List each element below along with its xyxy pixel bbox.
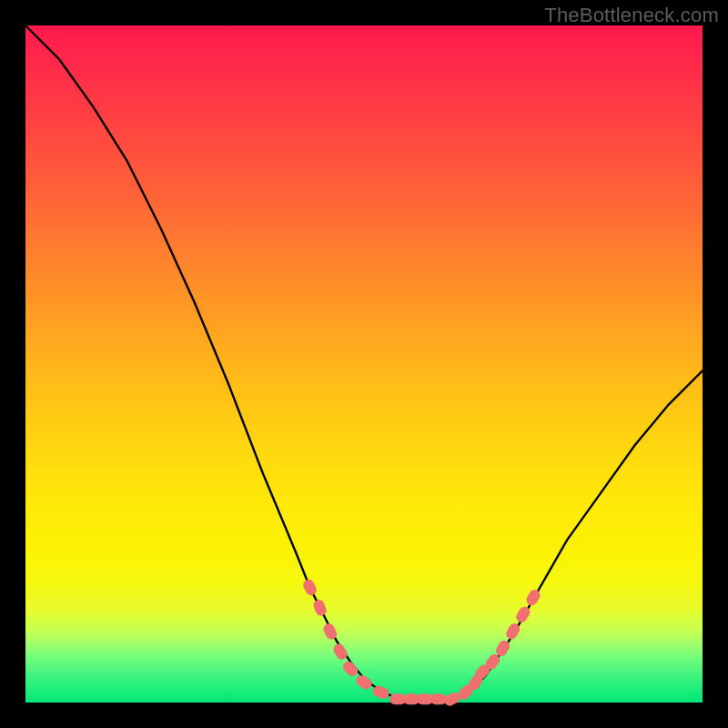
curve-layer — [25, 25, 703, 699]
curve-marker — [430, 693, 447, 704]
curve-marker — [331, 642, 349, 662]
chart-frame: TheBottleneck.com — [0, 0, 728, 728]
bottleneck-curve — [25, 25, 703, 699]
curve-marker — [340, 659, 359, 678]
curve-marker — [312, 598, 329, 617]
curve-marker — [524, 588, 542, 608]
plot-area — [25, 25, 703, 703]
curve-marker — [354, 673, 374, 692]
watermark-text: TheBottleneck.com — [544, 4, 719, 27]
curve-marker — [301, 578, 318, 597]
chart-svg — [25, 25, 703, 703]
